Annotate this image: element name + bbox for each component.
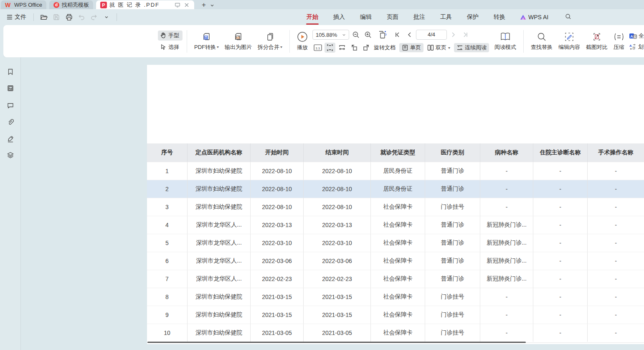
paperclip-icon xyxy=(7,118,14,126)
monitor-icon[interactable] xyxy=(174,2,181,8)
tab-wps-office-label: WPS Office xyxy=(14,2,42,8)
edit-content-button[interactable]: 编辑内容 xyxy=(555,30,583,53)
wps-ai-button[interactable]: WPS AI xyxy=(520,14,548,20)
split-merge-label: 拆分合并 xyxy=(258,43,279,51)
next-page-button[interactable] xyxy=(448,30,459,40)
horizontal-scrollbar-thumb[interactable] xyxy=(147,342,526,343)
chevron-down-icon: ▾ xyxy=(217,45,219,49)
table-cell: - xyxy=(533,198,588,216)
menu-item[interactable]: 批注 xyxy=(413,12,426,22)
hand-tool-button[interactable]: 手型 xyxy=(158,31,183,41)
full-translate-button[interactable]: A字 全文翻译 xyxy=(629,32,644,40)
sign-panel-button[interactable] xyxy=(5,134,15,144)
open-file-button[interactable] xyxy=(38,12,49,23)
attachments-panel-button[interactable] xyxy=(5,117,15,127)
layers-panel-button[interactable] xyxy=(5,150,15,160)
table-header-row: 序号定点医药机构名称开始时间结束时间就诊凭证类型医疗类别病种名称住院主诊断名称手… xyxy=(147,143,644,162)
save-button[interactable] xyxy=(51,12,62,23)
play-button[interactable]: 播放 xyxy=(294,30,311,53)
select-tool-button[interactable]: 选择 xyxy=(158,42,183,52)
rotate-doc-label[interactable]: 旋转文档 xyxy=(374,44,396,51)
table-cell: 门诊挂号 xyxy=(425,198,480,216)
actual-size-button[interactable]: 1:1 xyxy=(312,43,323,53)
new-tab-button[interactable]: + xyxy=(199,1,208,9)
zoom-out-button[interactable] xyxy=(350,30,361,40)
table-cell: 普通门诊 xyxy=(425,162,480,180)
undo-button[interactable] xyxy=(76,12,87,23)
fit-width-button[interactable] xyxy=(337,43,347,53)
zoom-level-select[interactable]: 105.88% xyxy=(312,30,349,40)
tab-list-chevron-icon[interactable] xyxy=(210,2,214,9)
comments-panel-button[interactable] xyxy=(5,100,15,110)
last-page-button[interactable] xyxy=(460,30,471,40)
page-number-input[interactable]: 4/4 xyxy=(416,30,447,40)
menu-item[interactable]: 保护 xyxy=(467,12,479,22)
medical-records-table: 序号定点医药机构名称开始时间结束时间就诊凭证类型医疗类别病种名称住院主诊断名称手… xyxy=(147,143,644,342)
zoom-in-button[interactable] xyxy=(363,30,373,40)
svg-text:字: 字 xyxy=(632,46,636,50)
continuous-read-label: 连续阅读 xyxy=(465,44,487,51)
table-cell: - xyxy=(533,306,588,324)
fit-page-button[interactable] xyxy=(325,43,335,53)
double-page-button[interactable]: 双页 ▾ xyxy=(425,43,453,52)
table-header-cell: 手术操作名称 xyxy=(588,143,644,162)
print-button[interactable] xyxy=(63,12,74,23)
table-cell: 9 xyxy=(147,306,188,324)
table-row: 8深圳市妇幼保健院2021-03-152021-03-15社会保障卡门诊挂号--… xyxy=(147,288,644,306)
table-cell: 深圳市龙华区人... xyxy=(188,270,251,288)
rotate-left-button[interactable] xyxy=(349,43,360,53)
tab-wps-office[interactable]: W WPS Office xyxy=(1,0,46,9)
menu-item[interactable]: 转换 xyxy=(493,12,506,22)
redo-button[interactable] xyxy=(89,12,99,23)
double-page-icon xyxy=(427,44,434,51)
read-mode-button[interactable]: 阅读模式 xyxy=(492,30,519,53)
compress-button[interactable]: 压缩 xyxy=(611,30,627,53)
menu-item[interactable]: 编辑 xyxy=(360,12,372,22)
replace-pages-button[interactable] xyxy=(375,30,390,40)
table-cell: - xyxy=(588,216,644,234)
menu-item[interactable]: 开始 xyxy=(306,12,319,22)
table-cell: 普通门诊 xyxy=(425,234,480,252)
table-cell: 普通门诊 xyxy=(425,216,480,234)
file-menu-button[interactable]: 文件 xyxy=(4,12,29,23)
word-translate-button[interactable]: A字 划词翻译 ▾ xyxy=(629,43,644,51)
table-cell: 普通门诊 xyxy=(425,180,480,198)
table-row: 6深圳市龙华区人...2022-03-062022-03-06社会保障卡普通门诊… xyxy=(147,252,644,270)
table-cell: 门诊挂号 xyxy=(425,288,480,306)
table-cell: 2022-08-10 xyxy=(251,198,304,216)
pdf-logo-icon: P xyxy=(100,2,107,8)
table-row: 2深圳市妇幼保健院2022-08-102022-08-10居民身份证普通门诊--… xyxy=(147,180,644,198)
menu-search-button[interactable] xyxy=(565,13,571,21)
screenshot-compare-button[interactable]: 截图对比 xyxy=(583,30,611,53)
previous-page-button[interactable] xyxy=(404,30,415,40)
wps-logo-icon: W xyxy=(5,2,12,8)
zoom-level-value: 105.88% xyxy=(316,32,337,38)
export-image-label: 输出为图片 xyxy=(225,43,252,51)
table-cell: 深圳市龙华区人... xyxy=(188,216,251,234)
pdf-convert-button[interactable]: W PDF转换▾ xyxy=(191,30,222,53)
search-icon xyxy=(537,32,547,42)
split-merge-button[interactable]: 拆分合并▾ xyxy=(255,30,285,53)
select-tool-label: 选择 xyxy=(168,43,179,51)
export-image-button[interactable]: 输出为图片 xyxy=(222,30,255,53)
replace-pages-icon xyxy=(378,30,388,39)
single-page-button[interactable]: 单页 xyxy=(399,43,423,52)
table-cell: 新冠肺炎门诊... xyxy=(480,216,533,234)
rotate-right-button[interactable] xyxy=(361,43,372,53)
table-row: 5深圳市龙华区人...2022-03-102022-03-10社会保障卡普通门诊… xyxy=(147,234,644,252)
first-page-button[interactable] xyxy=(392,30,403,40)
tab-document-active[interactable]: P 就 医 记 录 .PDF xyxy=(96,0,194,9)
table-header-cell: 住院主诊断名称 xyxy=(533,143,588,162)
thumbnails-panel-button[interactable] xyxy=(5,83,15,93)
close-tab-icon[interactable] xyxy=(183,2,190,8)
menu-item[interactable]: 页面 xyxy=(386,12,399,22)
quickbar-more-chevron-icon[interactable] xyxy=(101,12,112,23)
menu-item[interactable]: 插入 xyxy=(333,12,345,22)
cursor-icon xyxy=(160,44,166,50)
find-replace-button[interactable]: 查找替换 xyxy=(528,30,555,53)
tab-docer-templates[interactable]: d 找稻壳模板 xyxy=(49,0,93,9)
table-row: 9深圳市妇幼保健院2021-03-152021-03-15社会保障卡门诊挂号--… xyxy=(147,306,644,324)
menu-item[interactable]: 工具 xyxy=(440,12,452,22)
bookmarks-panel-button[interactable] xyxy=(5,67,15,77)
continuous-read-button[interactable]: 连续阅读 xyxy=(454,43,489,52)
